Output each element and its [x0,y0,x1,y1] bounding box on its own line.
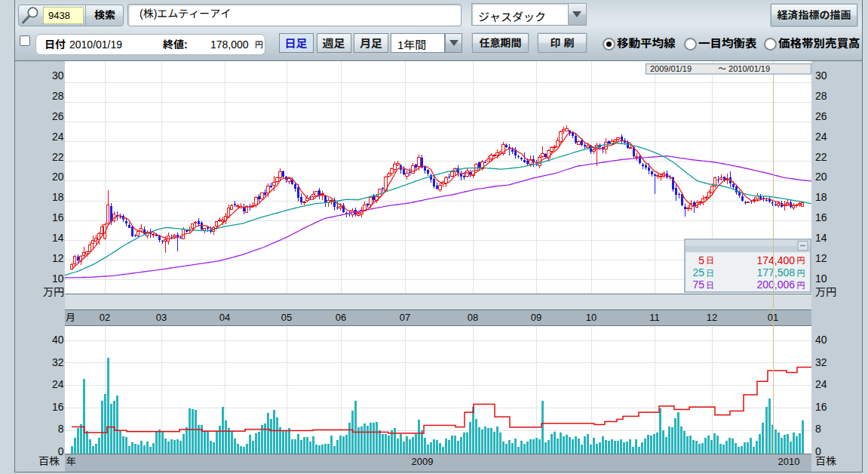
svg-text:5: 5 [698,254,704,266]
svg-text:日: 日 [706,256,714,265]
svg-text:177,508: 177,508 [756,266,795,279]
svg-text:円: 円 [797,269,805,278]
svg-text:円: 円 [797,281,805,290]
svg-text:174,400: 174,400 [756,254,795,266]
svg-text:2009/01/19: 2009/01/19 [650,64,692,73]
svg-text:75: 75 [692,279,704,291]
svg-text:～ 2010/01/19: ～ 2010/01/19 [718,64,770,73]
svg-text:日: 日 [706,281,714,290]
svg-text:200,006: 200,006 [756,279,795,291]
svg-text:日: 日 [706,269,714,278]
svg-text:円: 円 [797,256,805,265]
svg-text:25: 25 [692,266,704,279]
